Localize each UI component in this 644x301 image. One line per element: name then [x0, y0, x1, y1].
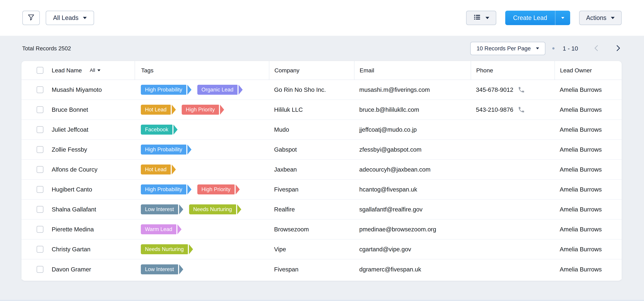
chevron-right-icon [614, 45, 622, 52]
lead-owner-text: Amelia Burrows [560, 266, 602, 273]
tag[interactable]: High Probability [141, 145, 186, 155]
column-header-lead-name[interactable]: Lead Name All [51, 61, 135, 80]
lead-name-link[interactable]: Pierette Medina [52, 226, 94, 233]
email-link[interactable]: jjeffcoatj@mudo.co.jp [359, 126, 417, 133]
view-selector-button[interactable]: All Leads [46, 11, 94, 25]
tags-cell: Hot Lead [135, 160, 269, 179]
lead-name-link[interactable]: Shalna Gallafant [52, 206, 96, 213]
lead-name-link[interactable]: Bruce Bonnet [52, 106, 88, 113]
row-checkbox[interactable] [36, 226, 44, 233]
column-header-email[interactable]: Email [354, 61, 471, 80]
tag[interactable]: Needs Nurturing [141, 244, 188, 254]
lead-name-link[interactable]: Musashi Miyamoto [52, 86, 102, 93]
actions-button[interactable]: Actions [579, 11, 622, 25]
records-per-page-label: 10 Records Per Page [476, 45, 531, 52]
table-row: Davon Gramer Low Interest Fivespan dgram… [22, 259, 622, 279]
tag[interactable]: Low Interest [141, 204, 178, 214]
actions-label: Actions [586, 14, 606, 22]
lead-name-link[interactable]: Davon Gramer [52, 266, 91, 273]
filter-button[interactable] [22, 11, 40, 25]
row-checkbox[interactable] [36, 86, 44, 93]
previous-page-button[interactable] [593, 45, 600, 52]
company-text: Fivespan [274, 186, 298, 193]
row-checkbox[interactable] [36, 166, 44, 173]
table-row: Pierette Medina Warm Lead Browsezoom pme… [22, 219, 622, 239]
dot-separator [552, 47, 554, 50]
column-header-tags[interactable]: Tags [135, 61, 269, 80]
total-records-label: Total Records 2502 [22, 45, 71, 52]
row-checkbox[interactable] [36, 186, 44, 193]
next-page-button[interactable] [614, 45, 622, 52]
tag[interactable]: Warm Lead [141, 224, 176, 234]
tags-cell: Low Interest [135, 259, 269, 279]
table-header-row: Lead Name All Tags Company Email Phone L… [22, 61, 622, 80]
email-link[interactable]: pmedinae@browsezoom.org [359, 226, 436, 233]
tag[interactable]: High Priority [182, 105, 219, 115]
chevron-down-icon [486, 17, 489, 19]
email-link[interactable]: bruce.b@hililukllc.com [359, 106, 419, 113]
lead-name-filter-dropdown[interactable]: All [90, 68, 100, 73]
list-view-button[interactable] [466, 11, 496, 25]
lead-name-link[interactable]: Christy Gartan [52, 246, 90, 253]
tag[interactable]: High Probability [141, 85, 186, 95]
lead-name-link[interactable]: Zollie Fessby [52, 146, 87, 153]
lead-owner-text: Amelia Burrows [560, 146, 602, 153]
records-per-page-select[interactable]: 10 Records Per Page [470, 42, 546, 55]
company-text: Vipe [274, 246, 286, 253]
tag[interactable]: High Priority [197, 184, 234, 194]
leads-list-page: All Leads Create Lead [0, 0, 644, 301]
company-text: Mudo [274, 126, 289, 133]
row-checkbox[interactable] [36, 246, 44, 253]
lead-name-link[interactable]: Alfons de Courcy [52, 166, 98, 173]
email-link[interactable]: adecourcyh@jaxbean.com [359, 166, 430, 173]
row-checkbox[interactable] [36, 266, 44, 273]
tags-cell: Needs Nurturing [135, 239, 269, 259]
email-link[interactable]: sgallafantf@realfire.gov [359, 206, 422, 213]
row-checkbox[interactable] [36, 146, 44, 153]
row-checkbox[interactable] [36, 126, 44, 133]
email-link[interactable]: dgramerc@fivespan.uk [359, 266, 421, 273]
tag[interactable]: Low Interest [141, 264, 178, 274]
chevron-down-icon [561, 17, 564, 19]
row-checkbox[interactable] [36, 206, 44, 213]
create-lead-dropdown-button[interactable] [555, 11, 570, 25]
chevron-down-icon [97, 70, 100, 71]
email-link[interactable]: hcantog@fivespan.uk [359, 186, 417, 193]
lead-owner-text: Amelia Burrows [560, 86, 602, 93]
content-area: Total Records 2502 10 Records Per Page 1… [0, 36, 644, 301]
lead-owner-text: Amelia Burrows [560, 126, 602, 133]
table-row: Shalna Gallafant Low InterestNeeds Nurtu… [22, 200, 622, 219]
lead-owner-text: Amelia Burrows [560, 246, 602, 253]
create-lead-split-button: Create Lead [505, 11, 570, 25]
phone-icon[interactable] [518, 106, 525, 113]
email-link[interactable]: musashi.m@fiverings.com [359, 86, 430, 93]
pagination: 10 Records Per Page 1 - 10 [470, 42, 622, 55]
phone-icon[interactable] [518, 86, 525, 93]
chevron-down-icon [536, 48, 539, 49]
lead-owner-text: Amelia Burrows [560, 106, 602, 113]
create-lead-button[interactable]: Create Lead [505, 11, 555, 25]
company-text: Go Rin No Sho Inc. [274, 86, 326, 93]
column-header-lead-owner[interactable]: Lead Owner [554, 61, 622, 80]
column-header-phone[interactable]: Phone [471, 61, 554, 80]
select-all-checkbox[interactable] [36, 67, 44, 74]
tag[interactable]: Hot Lead [141, 164, 171, 174]
record-range-label: 1 - 10 [563, 45, 578, 52]
row-checkbox[interactable] [36, 106, 44, 113]
lead-owner-text: Amelia Burrows [560, 206, 602, 213]
tag[interactable]: High Probability [141, 184, 186, 194]
column-header-company[interactable]: Company [269, 61, 354, 80]
tag[interactable]: Facebook [141, 125, 172, 135]
tags-cell: High Probability [135, 140, 269, 159]
lead-name-link[interactable]: Juliet Jeffcoat [52, 126, 88, 133]
email-link[interactable]: zfessbyi@gabspot.com [359, 146, 422, 153]
phone-text: 345-678-9012 [476, 86, 513, 93]
tag[interactable]: Needs Nurturing [189, 204, 236, 214]
table-row: Zollie Fessby High Probability Gabspot z… [22, 140, 622, 160]
tag[interactable]: Organic Lead [197, 85, 238, 95]
email-link[interactable]: cgartand@vipe.gov [359, 246, 411, 253]
company-text: Browsezoom [274, 226, 309, 233]
lead-name-link[interactable]: Hugibert Canto [52, 186, 92, 193]
company-text: Jaxbean [274, 166, 297, 173]
tag[interactable]: Hot Lead [141, 105, 171, 115]
